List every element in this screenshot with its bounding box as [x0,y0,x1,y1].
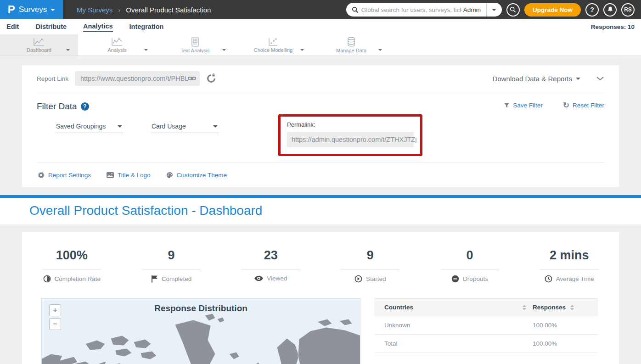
link-icon[interactable] [188,76,196,81]
stat-label: Average Time [556,275,594,282]
countries-table: Countries Responses Unknown 100.00% Tota… [374,298,598,364]
top-header: P Surveys My Surveys › Overall Product S… [0,0,641,19]
tab-manage-data[interactable]: Manage Data [312,34,390,56]
map-zoom-in-button[interactable]: + [49,304,61,316]
country-cell: Unknown [384,322,533,329]
search-scope-label[interactable]: Admin [461,6,486,13]
divider [440,269,499,269]
save-filter-button[interactable]: Save Filter [504,102,543,109]
product-menu-label: Surveys [19,5,47,14]
stat-label: Completed [162,275,191,282]
customize-theme-button[interactable]: Customize Theme [166,172,227,179]
card-usage-select[interactable]: Card Usage [151,120,219,133]
bell-icon [607,6,613,14]
stat-completion-rate: 100% Completion Rate [22,248,122,283]
dashboard-chart-icon [33,37,45,46]
report-link-row: Report Link https://www.questionpro.com/… [37,65,604,92]
report-link-field[interactable]: https://www.questionpro.com/t/PHBL [75,71,200,86]
report-actions-row: Report Settings Title & Logo Customize T… [37,163,604,187]
palette-icon [166,172,173,179]
chevron-down-icon [492,9,496,11]
stat-viewed: 23 Viewed [221,248,320,283]
dashboard-card: 100% Completion Rate 9 Completed 23 [22,232,619,364]
question-mark-icon: ? [590,6,594,13]
report-settings-card: Report Link https://www.questionpro.com/… [22,65,619,187]
countries-column-header: Countries [384,304,413,311]
distribution-row: Response Distribution + − [22,298,619,364]
flag-icon [151,275,158,283]
card-usage-label: Card Usage [152,123,186,130]
responses-cell: 100.00% [533,322,592,329]
permalink-highlight-box: Permalink: https://admin.questionpro.com… [278,114,422,156]
tab-manage-data-menu[interactable] [378,45,382,53]
upgrade-now-button[interactable]: Upgrade Now [524,3,581,17]
report-settings-button[interactable]: Report Settings [38,172,91,179]
stat-value: 2 mins [550,248,589,263]
play-circle-icon [354,275,362,283]
tab-analysis[interactable]: Analysis [78,34,156,56]
reset-filter-label: Reset Filter [573,102,604,109]
permalink-label: Permalink: [287,121,414,128]
analytics-toolbar: Dashboard Analysis Text Analysis Choice … [0,34,641,56]
nav-integration[interactable]: Integration [129,23,164,31]
tab-analysis-menu[interactable] [144,45,148,53]
divider [242,269,300,269]
divider [42,269,101,269]
tab-choice-modelling[interactable]: Choice Modelling [234,34,312,56]
global-search-input[interactable] [361,6,461,13]
tab-dashboard-menu[interactable] [66,45,70,53]
permalink-url: https://admin.questionpro.com/t/ZTHXJTZj [292,136,416,143]
customize-theme-label: Customize Theme [177,172,227,179]
tab-text-analysis[interactable]: Text Analysis [156,34,234,56]
notifications-button[interactable] [603,3,617,17]
saved-groupings-select[interactable]: Saved Groupings [55,120,123,133]
stats-row: 100% Completion Rate 9 Completed 23 [22,248,619,283]
filter-data-title: Filter Data ? [37,101,89,112]
chevron-down-icon [118,125,122,128]
filter-dropdowns-row: Saved Groupings Card Usage Permalink: ht… [37,112,604,162]
nav-analytics[interactable]: Analytics [83,22,112,32]
avatar[interactable]: RS [621,3,635,17]
collapse-panel-chevron[interactable] [596,76,604,81]
permalink-field[interactable]: https://admin.questionpro.com/t/ZTHXJTZj [287,132,414,147]
search-button[interactable] [506,3,520,17]
image-icon [107,172,114,178]
stat-label: Dropouts [463,275,488,282]
sort-countries-icon[interactable] [523,305,526,310]
map-title: Response Distribution [42,303,360,314]
divider [142,269,201,269]
filter-help-icon[interactable]: ? [81,102,89,111]
response-distribution-map[interactable]: Response Distribution + − [41,298,360,364]
download-data-reports-menu[interactable]: Download Data & Reports [493,75,580,83]
stat-started: 9 Started [320,248,420,283]
stat-value: 23 [264,248,278,263]
gear-icon [38,172,45,179]
nav-distribute[interactable]: Distribute [35,23,67,31]
nav-edit[interactable]: Edit [6,23,19,31]
tab-text-analysis-menu[interactable] [222,45,226,53]
secure-link-icon[interactable] [206,73,216,84]
tab-choice-modelling-menu[interactable] [300,45,304,53]
breadcrumb-current: Overall Product Satisfaction [126,6,211,14]
tab-dashboard[interactable]: Dashboard [0,34,78,56]
search-scope-dropdown[interactable] [486,3,502,17]
breadcrumb-my-surveys[interactable]: My Surveys [77,6,112,14]
title-logo-button[interactable]: Title & Logo [107,172,151,179]
filter-data-label: Filter Data [37,101,77,112]
chevron-down-icon [51,9,55,11]
product-menu[interactable]: P Surveys [0,0,63,19]
responses-cell: 100.00% [533,340,592,347]
sort-responses-icon[interactable] [570,305,574,310]
map-zoom-out-button[interactable]: − [49,318,61,330]
page-title: Overall Product Satisfaction - Dashboard [29,203,612,218]
title-logo-label: Title & Logo [118,172,151,179]
table-row: Total 100.00% [374,335,598,353]
help-button[interactable]: ? [585,3,599,17]
map-zoom-controls: + − [49,304,61,330]
download-menu-label: Download Data & Reports [493,75,572,83]
country-cell: Total [384,340,533,347]
global-search[interactable]: Admin [346,3,502,17]
database-icon [347,37,356,47]
tab-label: Analysis [108,47,127,53]
reset-filter-button[interactable]: ↻ Reset Filter [563,101,604,109]
